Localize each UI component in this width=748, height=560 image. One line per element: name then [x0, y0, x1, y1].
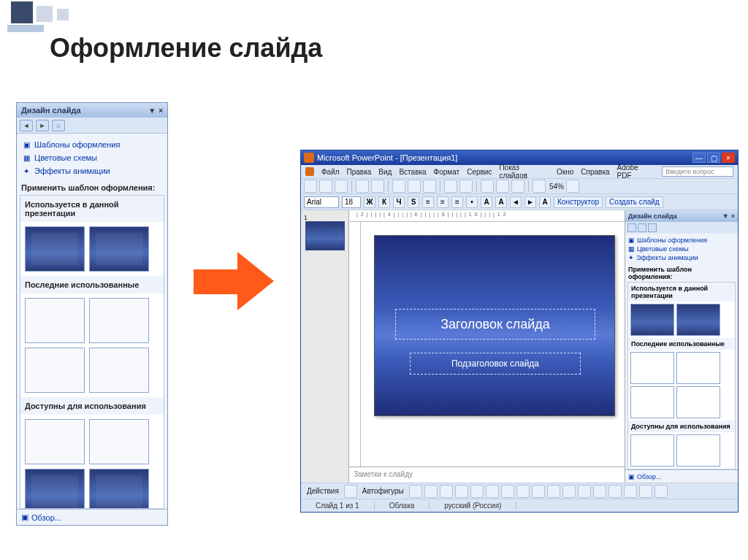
menu-edit[interactable]: Правка: [347, 168, 372, 176]
bold-button[interactable]: Ж: [364, 196, 375, 208]
line-tool[interactable]: [409, 485, 422, 498]
menu-format[interactable]: Формат: [434, 168, 460, 176]
close-button[interactable]: ×: [722, 153, 735, 163]
menu-file[interactable]: Файл: [321, 168, 340, 176]
preview-button[interactable]: [371, 180, 384, 193]
hyperlink-button[interactable]: [511, 180, 524, 193]
open-button[interactable]: [319, 180, 332, 193]
template-thumb[interactable]: [89, 298, 149, 343]
indent-dec-button[interactable]: ◄: [510, 196, 522, 208]
tp-footer[interactable]: ▣Обзор...: [625, 469, 738, 483]
template-thumb[interactable]: [676, 352, 720, 384]
menu-help[interactable]: Справка: [581, 168, 609, 176]
decrease-font-button[interactable]: A: [495, 196, 507, 208]
menu-tools[interactable]: Сервис: [467, 168, 492, 176]
increase-font-button[interactable]: A: [481, 196, 492, 208]
template-thumb[interactable]: [89, 419, 149, 464]
autoshapes-menu[interactable]: Автофигуры: [359, 487, 407, 495]
three-d-tool[interactable]: [654, 485, 668, 498]
tp-menu-icon[interactable]: ▼: [722, 212, 729, 220]
shadow-tool[interactable]: [639, 485, 652, 498]
bullets-button[interactable]: •: [466, 196, 478, 208]
template-thumb[interactable]: [676, 434, 720, 467]
subtitle-placeholder[interactable]: Подзаголовок слайда: [410, 353, 581, 375]
font-color-button[interactable]: A: [539, 196, 551, 208]
line-style-tool[interactable]: [593, 485, 606, 498]
new-slide-button[interactable]: Создать слайд: [606, 196, 663, 208]
nav-back-icon[interactable]: ◄: [20, 120, 33, 131]
rect-tool[interactable]: [440, 485, 453, 498]
italic-button[interactable]: К: [378, 196, 390, 208]
template-thumb[interactable]: [25, 419, 85, 464]
maximize-button[interactable]: ▢: [707, 153, 720, 163]
fill-color-tool[interactable]: [547, 485, 560, 498]
template-thumb[interactable]: [89, 469, 149, 509]
font-size-dropdown[interactable]: 18: [342, 196, 361, 208]
draw-actions-menu[interactable]: Действия: [304, 487, 342, 495]
tp-nav-back-icon[interactable]: [627, 223, 636, 232]
select-tool[interactable]: [344, 485, 357, 498]
table-button[interactable]: [496, 180, 509, 193]
underline-button[interactable]: Ч: [393, 196, 405, 208]
template-thumb[interactable]: [630, 352, 674, 384]
template-thumb[interactable]: [89, 226, 149, 272]
save-button[interactable]: [335, 180, 348, 193]
template-thumb[interactable]: [630, 304, 674, 336]
tp-link-anim[interactable]: ✦Эффекты анимации: [628, 253, 735, 262]
paste-button[interactable]: [423, 180, 436, 193]
shadow-button[interactable]: S: [408, 196, 419, 208]
tp-link-color[interactable]: ▦Цветовые схемы: [628, 245, 735, 253]
slide-thumbnail[interactable]: [305, 221, 345, 250]
oval-tool[interactable]: [455, 485, 468, 498]
nav-home-icon[interactable]: ⌂: [52, 120, 65, 131]
undo-button[interactable]: [444, 180, 457, 193]
template-thumb[interactable]: [25, 226, 85, 272]
taskpane-menu-icon[interactable]: ▼: [148, 107, 156, 115]
arrow-style-tool[interactable]: [624, 485, 637, 498]
chart-button[interactable]: [481, 180, 494, 193]
menu-slideshow[interactable]: Показ слайдов: [499, 164, 549, 180]
redo-button[interactable]: [459, 180, 473, 193]
diagram-tool[interactable]: [501, 485, 514, 498]
template-thumb[interactable]: [676, 304, 720, 336]
line-color-tool[interactable]: [562, 485, 576, 498]
notes-pane[interactable]: Заметки к слайду: [349, 467, 625, 483]
designer-button[interactable]: Конструктор: [554, 196, 603, 208]
minimize-button[interactable]: —: [692, 153, 706, 163]
title-placeholder[interactable]: Заголовок слайда: [395, 309, 595, 340]
taskpane-footer[interactable]: ▣ Обзор...: [17, 509, 167, 525]
menu-insert[interactable]: Вставка: [399, 168, 426, 176]
template-thumb[interactable]: [89, 348, 149, 393]
nav-forward-icon[interactable]: ►: [36, 120, 49, 131]
new-button[interactable]: [304, 180, 317, 193]
zoom-out-button[interactable]: [533, 180, 546, 193]
template-thumb[interactable]: [25, 469, 85, 509]
zoom-value[interactable]: 54%: [549, 183, 564, 191]
link-templates[interactable]: ▣Шаблоны оформления: [21, 138, 163, 151]
ask-question-box[interactable]: Введите вопрос: [662, 166, 733, 177]
tp-close-icon[interactable]: ×: [731, 212, 735, 220]
link-color-schemes[interactable]: ▦Цветовые схемы: [21, 151, 163, 164]
cut-button[interactable]: [392, 180, 405, 193]
arrow-tool[interactable]: [424, 485, 438, 498]
template-thumb[interactable]: [630, 434, 674, 467]
copy-button[interactable]: [408, 180, 421, 193]
template-thumb[interactable]: [25, 348, 85, 393]
textbox-tool[interactable]: [470, 485, 484, 498]
print-button[interactable]: [356, 180, 369, 193]
dash-style-tool[interactable]: [608, 485, 622, 498]
clipart-tool[interactable]: [516, 485, 530, 498]
font-color-tool[interactable]: [578, 485, 591, 498]
wordart-tool[interactable]: [486, 485, 499, 498]
template-thumb[interactable]: [630, 386, 674, 418]
font-name-dropdown[interactable]: Arial: [304, 196, 339, 208]
slide-canvas[interactable]: Заголовок слайда Подзаголовок слайда: [374, 235, 615, 416]
align-left-button[interactable]: ≡: [422, 196, 434, 208]
help-button[interactable]: [566, 180, 579, 193]
menu-view[interactable]: Вид: [378, 168, 392, 176]
indent-inc-button[interactable]: ►: [524, 196, 536, 208]
taskpane-close-icon[interactable]: ×: [159, 107, 163, 115]
align-center-button[interactable]: ≡: [437, 196, 449, 208]
picture-tool[interactable]: [532, 485, 545, 498]
menu-adobe-pdf[interactable]: Adobe PDF: [617, 164, 655, 180]
